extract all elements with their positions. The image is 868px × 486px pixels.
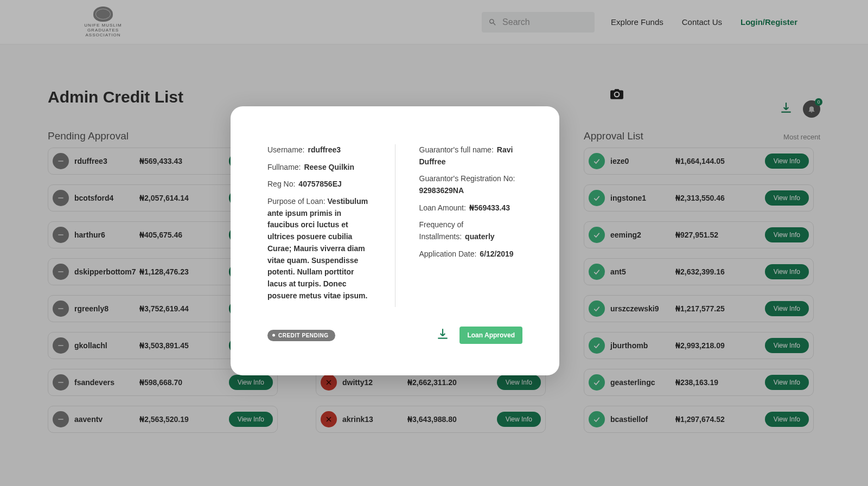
list-row: ant5₦2,632,399.16View Info <box>584 258 814 285</box>
page-title: Admin Credit List <box>48 88 183 106</box>
approved-column: Approval List Most recent ieze0₦1,664,14… <box>584 130 820 440</box>
status-pending-icon <box>53 153 69 169</box>
row-username: fsandevers <box>74 378 139 387</box>
row-amount: ₦598,668.70 <box>139 378 229 387</box>
logo[interactable]: UNIFE MUSLIM GRADUATES ASSOCIATION <box>71 7 136 37</box>
list-row: urszczewski9₦1,217,577.25View Info <box>584 295 814 322</box>
row-username: gkollachl <box>74 341 139 350</box>
row-amount: ₦1,297,674.52 <box>675 415 765 424</box>
value-guarantor-reg: 92983629NA <box>419 186 464 195</box>
row-username: bcotsford4 <box>74 194 139 202</box>
logo-emblem-icon <box>93 7 113 22</box>
modal-download-icon[interactable] <box>436 327 450 343</box>
label-frequency: Frequency of Installments: <box>419 220 464 241</box>
row-amount: ₦1,664,144.05 <box>675 157 765 165</box>
value-purpose: Vestibulum ante ipsum primis in faucibus… <box>267 197 368 300</box>
label-fullname: Fullname: <box>267 163 301 171</box>
label-guarantor-name: Guarantor's full name: <box>419 145 494 154</box>
view-info-button[interactable]: View Info <box>765 338 809 353</box>
logo-text-line2: ASSOCIATION <box>85 33 120 37</box>
view-info-button[interactable]: View Info <box>765 154 809 169</box>
view-info-button[interactable]: View Info <box>765 264 809 279</box>
list-row: geasterlingc₦238,163.19View Info <box>584 369 814 396</box>
status-approved-icon <box>589 411 605 427</box>
label-purpose: Purpose of Loan: <box>267 197 326 206</box>
row-username: aaventv <box>74 415 139 424</box>
row-amount: ₦3,503,891.45 <box>139 341 229 350</box>
view-info-button[interactable]: View Info <box>497 375 541 390</box>
loan-approved-button[interactable]: Loan Approved <box>459 327 522 344</box>
status-approved-icon <box>589 300 605 317</box>
row-username: ieze0 <box>610 157 675 165</box>
value-amount: ₦569433.43 <box>469 203 510 212</box>
status-pending-icon <box>53 264 69 280</box>
view-info-button[interactable]: View Info <box>765 190 809 206</box>
value-username: rduffree3 <box>308 145 341 154</box>
download-icon[interactable] <box>779 101 793 117</box>
status-approved-icon <box>589 153 605 169</box>
view-info-button[interactable]: View Info <box>229 375 273 390</box>
sort-label[interactable]: Most recent <box>783 133 820 141</box>
view-info-button[interactable]: View Info <box>765 227 809 242</box>
list-row: akrink13₦3,643,988.80View Info <box>316 406 546 433</box>
row-username: rgreenly8 <box>74 304 139 313</box>
notifications-badge: 0 <box>815 98 822 106</box>
status-pending-icon <box>53 300 69 317</box>
row-username: dskipperbottom7 <box>74 267 139 276</box>
list-row: jburthomb₦2,993,218.09View Info <box>584 332 814 359</box>
row-username: akrink13 <box>342 415 407 424</box>
row-username: urszczewski9 <box>610 304 675 313</box>
row-amount: ₦1,217,577.25 <box>675 304 765 313</box>
notifications-button[interactable]: 0 <box>803 100 820 118</box>
list-row: ingstone1₦2,313,550.46View Info <box>584 184 814 212</box>
status-pending-icon <box>53 227 69 243</box>
row-username: dwitty12 <box>342 378 407 387</box>
status-approved-icon <box>589 374 605 391</box>
row-username: geasterlingc <box>610 378 675 387</box>
row-amount: ₦1,128,476.23 <box>139 267 229 276</box>
search-input[interactable]: Search <box>482 12 595 33</box>
status-pending-icon <box>53 337 69 354</box>
list-row: eeming2₦927,951.52View Info <box>584 221 814 248</box>
status-pending-icon <box>53 190 69 206</box>
status-rejected-icon <box>321 411 337 427</box>
value-frequency: quaterly <box>465 232 494 241</box>
view-info-button[interactable]: View Info <box>765 375 809 390</box>
nav-login-register[interactable]: Login/Register <box>741 17 797 27</box>
row-amount: ₦2,662,311.20 <box>407 378 497 387</box>
list-row: ieze0₦1,664,144.05View Info <box>584 148 814 175</box>
status-pending-icon <box>53 374 69 391</box>
row-amount: ₦2,057,614.14 <box>139 194 229 202</box>
header: UNIFE MUSLIM GRADUATES ASSOCIATION Searc… <box>0 0 868 44</box>
row-username: ant5 <box>610 267 675 276</box>
approved-title: Approval List <box>584 130 643 142</box>
row-username: ingstone1 <box>610 194 675 202</box>
search-placeholder: Search <box>502 17 530 27</box>
status-pending-icon <box>53 411 69 427</box>
label-username: Username: <box>267 145 304 154</box>
row-amount: ₦2,313,550.46 <box>675 194 765 202</box>
row-amount: ₦238,163.19 <box>675 378 765 387</box>
view-info-button[interactable]: View Info <box>497 412 541 427</box>
view-info-button[interactable]: View Info <box>229 412 273 427</box>
view-info-button[interactable]: View Info <box>765 412 809 427</box>
nav: Explore Funds Contact Us Login/Register <box>611 17 797 27</box>
status-rejected-icon <box>321 374 337 391</box>
nav-explore-funds[interactable]: Explore Funds <box>611 17 663 27</box>
nav-contact-us[interactable]: Contact Us <box>682 17 722 27</box>
row-amount: ₦2,993,218.09 <box>675 341 765 350</box>
status-pill: CREDIT PENDING <box>267 330 335 341</box>
approved-list[interactable]: ieze0₦1,664,144.05View Infoingstone1₦2,3… <box>584 148 820 440</box>
loan-detail-modal: Username:rduffree3 Fullname:Reese Quilki… <box>231 106 559 375</box>
row-amount: ₦3,643,988.80 <box>407 415 497 424</box>
row-username: jburthomb <box>610 341 675 350</box>
list-row: aaventv₦2,563,520.19View Info <box>48 406 278 433</box>
row-amount: ₦2,632,399.16 <box>675 267 765 276</box>
camera-icon[interactable] <box>610 88 624 102</box>
status-approved-icon <box>589 264 605 280</box>
row-username: rduffree3 <box>74 157 139 165</box>
logo-text-line1: UNIFE MUSLIM GRADUATES <box>71 23 136 33</box>
view-info-button[interactable]: View Info <box>765 301 809 316</box>
value-regno: 40757856EJ <box>298 180 341 188</box>
row-amount: ₦569,433.43 <box>139 157 229 165</box>
